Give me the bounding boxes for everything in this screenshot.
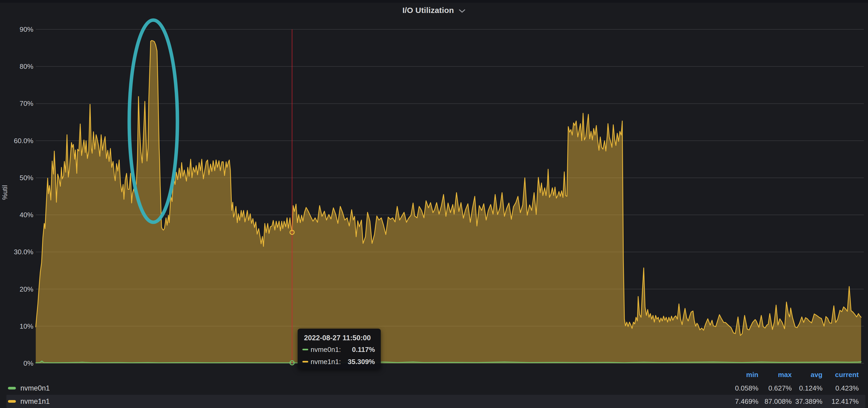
- series-swatch-icon: [302, 361, 308, 363]
- legend-series-label[interactable]: nvme0n1: [21, 381, 50, 395]
- tooltip-series-name: nvme0n1:: [311, 346, 341, 354]
- chart-tooltip: 2022-08-27 11:50:00 nvme0n1: 0.117% nvme…: [298, 329, 381, 369]
- legend-series-label[interactable]: nvme1n1: [21, 395, 50, 408]
- tooltip-series-value: 0.117%: [352, 346, 375, 354]
- io-utilization-chart[interactable]: [0, 0, 868, 408]
- legend-stat-current: 0.423%: [811, 381, 859, 395]
- tooltip-row: nvme0n1: 0.117%: [302, 345, 375, 354]
- tooltip-timestamp: 2022-08-27 11:50:00: [304, 334, 374, 342]
- legend-stat-current: 12.417%: [811, 395, 859, 408]
- legend: min max avg current nvme0n1 0.058% 0.627…: [0, 368, 868, 408]
- series-swatch-icon: [8, 400, 16, 403]
- tooltip-series-name: nvme1n1:: [311, 358, 341, 366]
- series-area-nvme1n1: [36, 40, 861, 363]
- legend-row-nvme0n1[interactable]: nvme0n1 0.058% 0.627% 0.124% 0.423%: [0, 381, 868, 394]
- tooltip-series-value: 35.309%: [348, 358, 375, 366]
- legend-header-current[interactable]: current: [814, 368, 859, 380]
- series-swatch-icon: [302, 349, 308, 350]
- tooltip-row: nvme1n1: 35.309%: [302, 357, 375, 367]
- series-swatch-icon: [8, 387, 16, 389]
- legend-row-nvme1n1[interactable]: nvme1n1 7.469% 87.008% 37.389% 12.417%: [0, 395, 868, 407]
